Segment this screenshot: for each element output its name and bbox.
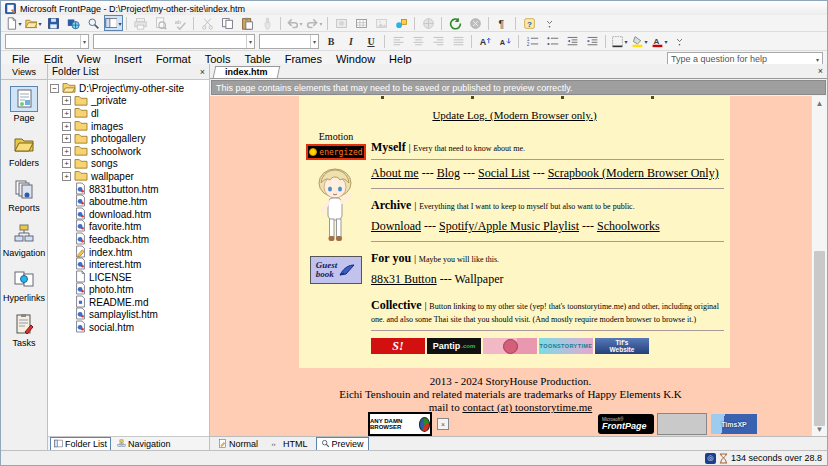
- increase-indent-button[interactable]: [583, 33, 602, 49]
- redo-button[interactable]: ▾: [305, 15, 324, 31]
- help-button[interactable]: ?: [520, 15, 539, 31]
- expand-icon[interactable]: +: [62, 96, 71, 105]
- timsxp-badge[interactable]: TimsXP: [711, 414, 757, 434]
- tree-file-favorite-htm[interactable]: favorite.htm: [48, 221, 209, 234]
- view-item-navigation[interactable]: Navigation: [1, 215, 47, 260]
- tree-file-feedback-htm[interactable]: feedback.htm: [48, 233, 209, 246]
- tree-folder-images[interactable]: +images: [48, 120, 209, 133]
- find-button[interactable]: [84, 15, 103, 31]
- tree-file-aboutme-htm[interactable]: aboutme.htm: [48, 195, 209, 208]
- expand-icon[interactable]: +: [62, 134, 71, 143]
- expand-icon[interactable]: +: [62, 172, 71, 181]
- italic-button[interactable]: I: [342, 33, 361, 49]
- tree-file-download-htm[interactable]: download.htm: [48, 208, 209, 221]
- stop-button[interactable]: [466, 15, 485, 31]
- open-folder-dropdown-icon[interactable]: ▾: [38, 20, 41, 27]
- font-color-dropdown-icon[interactable]: ▾: [664, 38, 667, 45]
- expand-icon[interactable]: +: [62, 147, 71, 156]
- chevron-down-icon[interactable]: ▾: [246, 35, 254, 48]
- borders-button[interactable]: ▾: [610, 33, 629, 49]
- redo-dropdown-icon[interactable]: ▾: [319, 20, 322, 27]
- paste-button[interactable]: [238, 15, 257, 31]
- font-shrink-button[interactable]: A: [496, 33, 515, 49]
- copy-button[interactable]: [218, 15, 237, 31]
- link-88x31-button[interactable]: 88x31 Button: [371, 272, 437, 286]
- scrollbar-thumb[interactable]: [814, 251, 825, 426]
- toonstorytime-banner[interactable]: TOONSTORYTIME: [539, 338, 593, 354]
- tree-file-readme-md[interactable]: README.md: [48, 296, 209, 309]
- close-icon[interactable]: ×: [818, 66, 823, 76]
- view-tab-normal[interactable]: Normal: [213, 437, 263, 451]
- undo-dropdown-icon[interactable]: ▾: [299, 20, 302, 27]
- highlight-button[interactable]: ▾: [630, 33, 649, 49]
- font-color-button[interactable]: A▾: [650, 33, 669, 49]
- chevron-down-icon[interactable]: ▾: [310, 35, 318, 48]
- save-button[interactable]: [44, 15, 63, 31]
- chevron-down-icon[interactable]: ▾: [816, 56, 819, 63]
- tree-folder-schoolwork[interactable]: +schoolwork: [48, 145, 209, 158]
- toggle-pane-dropdown-icon[interactable]: ▾: [118, 20, 121, 27]
- tree-file-index-htm[interactable]: index.htm: [48, 246, 209, 259]
- underline-button[interactable]: U: [362, 33, 381, 49]
- insert-component-button[interactable]: [332, 15, 351, 31]
- print-button[interactable]: [131, 15, 150, 31]
- tree-folder-photogallery[interactable]: +photogallery: [48, 132, 209, 145]
- view-item-hyperlinks[interactable]: Hyperlinks: [1, 260, 47, 305]
- link-social-list[interactable]: Social List: [478, 166, 530, 180]
- tree-file-8831button-htm[interactable]: 8831button.htm: [48, 183, 209, 196]
- panel-tab-navigation[interactable]: Navigation: [113, 437, 175, 451]
- publish-button[interactable]: [64, 15, 83, 31]
- highlight-dropdown-icon[interactable]: ▾: [644, 38, 647, 45]
- link-download[interactable]: Download: [371, 219, 421, 233]
- guestbook-badge[interactable]: Guestbook: [310, 256, 362, 284]
- show-paragraph-button[interactable]: ¶: [493, 15, 512, 31]
- new-page-dropdown-icon[interactable]: ▾: [18, 20, 21, 27]
- view-item-reports[interactable]: Reports: [1, 170, 47, 215]
- tree-file-photo-htm[interactable]: photo.htm: [48, 284, 209, 297]
- close-icon[interactable]: ×: [200, 67, 205, 77]
- view-tab-html[interactable]: ‹›HTML: [266, 437, 313, 451]
- view-tab-preview[interactable]: Preview: [316, 437, 369, 451]
- tree-file-social-htm[interactable]: social.htm: [48, 321, 209, 334]
- toolbar-options-button[interactable]: [670, 33, 689, 49]
- frontpage-badge[interactable]: Microsoft® FrontPage: [598, 414, 654, 434]
- anime-banner[interactable]: [483, 338, 537, 354]
- font-grow-button[interactable]: A: [476, 33, 495, 49]
- align-justify-button[interactable]: [449, 33, 468, 49]
- align-right-button[interactable]: [429, 33, 448, 49]
- bullet-list-button[interactable]: [543, 33, 562, 49]
- update-log-link[interactable]: Update Log. (Modern Browser only.): [432, 109, 596, 121]
- chevron-down-icon[interactable]: ▾: [80, 35, 88, 48]
- view-item-folders[interactable]: Folders: [1, 125, 47, 170]
- any-damn-browser-badge[interactable]: ANY DAMN BROWSER: [368, 412, 432, 436]
- link-scrapbook-modern-browser-only[interactable]: Scrapbook (Modern Browser Only): [548, 166, 719, 180]
- expand-icon[interactable]: +: [62, 159, 71, 168]
- scroll-up-icon[interactable]: ▲: [812, 96, 827, 110]
- expand-icon[interactable]: +: [62, 122, 71, 131]
- s-banner[interactable]: S!: [371, 338, 425, 354]
- borders-dropdown-icon[interactable]: ▾: [624, 38, 627, 45]
- undo-button[interactable]: ▾: [285, 15, 304, 31]
- size-select[interactable]: ▾: [259, 34, 319, 49]
- link-blog[interactable]: Blog: [437, 166, 460, 180]
- tree-file-interest-htm[interactable]: interest.htm: [48, 258, 209, 271]
- insert-table-button[interactable]: [352, 15, 371, 31]
- link-schoolworks[interactable]: Schoolworks: [597, 219, 660, 233]
- align-left-button[interactable]: [389, 33, 408, 49]
- drawing-button[interactable]: [392, 15, 411, 31]
- tree-folder-songs[interactable]: +songs: [48, 158, 209, 171]
- insert-picture-button[interactable]: [372, 15, 391, 31]
- expand-icon[interactable]: +: [62, 109, 71, 118]
- view-item-tasks[interactable]: Tasks: [1, 305, 47, 350]
- tab-index-htm[interactable]: index.htm: [213, 66, 280, 78]
- numbered-list-button[interactable]: 12: [523, 33, 542, 49]
- open-folder-button[interactable]: ▾: [24, 15, 43, 31]
- panel-tab-folder-list[interactable]: Folder List: [50, 437, 111, 451]
- tree-folder-wallpaper[interactable]: +wallpaper: [48, 170, 209, 183]
- link-spotify-apple-music-playlist[interactable]: Spotify/Apple Music Playlist: [439, 219, 579, 233]
- font-select[interactable]: ▾: [93, 34, 255, 49]
- link-wallpaper[interactable]: Wallpaper: [454, 272, 503, 286]
- format-painter-button[interactable]: [258, 15, 277, 31]
- vertical-scrollbar[interactable]: ▲ ▼: [811, 96, 827, 436]
- collapse-icon[interactable]: −: [50, 84, 59, 93]
